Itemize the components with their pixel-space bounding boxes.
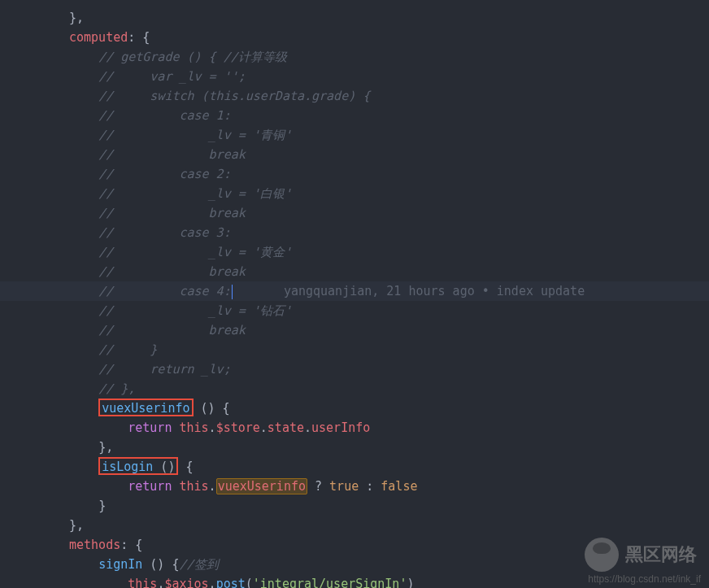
code-line: // _lv = '白银' (69, 184, 709, 203)
comment: //签到 (179, 557, 218, 572)
code-line: // case 2: (69, 164, 709, 184)
highlight-box: vuexUserinfo (98, 399, 193, 416)
code-line: // switch (this.userData.grade) { (69, 86, 709, 106)
code-line: }, (69, 516, 709, 535)
method-vuexUserinfo: vuexUserinfo (102, 401, 189, 416)
comment: // _lv = '黄金' (98, 245, 292, 259)
code-editor[interactable]: }, computed: { // getGrade () { //计算等级 /… (0, 0, 709, 588)
comment: // case 3: (98, 225, 231, 240)
highlight-box: isLogin () (98, 457, 178, 475)
code-line: // getGrade () { //计算等级 (69, 47, 709, 67)
comment: // case 4: (98, 284, 231, 298)
comment: // break (98, 206, 246, 220)
comment: // getGrade () { //计算等级 (98, 50, 287, 64)
comment: // break (98, 323, 246, 338)
code-line: // } (69, 340, 709, 359)
comment: // return _lv; (98, 362, 231, 377)
code-line: // _lv = '钻石' (69, 301, 709, 320)
code-line: // break (69, 262, 709, 281)
comment: // var _lv = ''; (98, 69, 246, 84)
code-line: // case 3: (69, 223, 709, 242)
comment: // break (98, 264, 246, 279)
computed-key: computed (69, 30, 128, 45)
code-line: // break (69, 320, 709, 340)
this-keyword: this (179, 420, 208, 435)
code-line: // _lv = '黄金' (69, 242, 709, 262)
this-keyword: this (179, 479, 208, 494)
word-highlight: vuexUserinfo (216, 478, 307, 494)
return-keyword: return (128, 420, 172, 435)
code-line: computed: { (69, 28, 709, 47)
mushroom-icon (585, 538, 619, 572)
comment: // } (98, 342, 157, 357)
comment: // switch (this.userData.grade) { (98, 89, 370, 103)
watermark-logo: 黑区网络 (585, 538, 697, 572)
brace: }, (69, 11, 84, 25)
code-line: // return _lv; (69, 359, 709, 379)
code-line: // }, (69, 379, 709, 399)
code-line: isLogin () { (69, 457, 709, 477)
comment: // _lv = '白银' (98, 186, 292, 201)
code-line-active: // case 4: yangquanjian, 21 hours ago • … (69, 281, 709, 301)
code-line: // break (69, 145, 709, 164)
code-line: } (69, 496, 709, 516)
git-blame-annotation: yangquanjian, 21 hours ago • index updat… (233, 284, 585, 298)
watermark-url: https://blog.csdn.net/ink_if (588, 573, 701, 585)
code-line: return this.vuexUserinfo ? true : false (69, 477, 709, 496)
comment: // case 1: (98, 108, 231, 123)
watermark-text: 黑区网络 (625, 542, 697, 567)
comment: // _lv = '青铜' (98, 128, 292, 142)
this-keyword: this (128, 577, 157, 588)
code-line: vuexUserinfo () { (69, 399, 709, 418)
comment: // break (98, 147, 246, 162)
code-line: }, (69, 438, 709, 457)
comment: // }, (98, 381, 135, 396)
code-line: return this.$store.state.userInfo (69, 418, 709, 438)
return-keyword: return (128, 479, 172, 494)
comment: // case 2: (98, 167, 231, 181)
code-line: }, (69, 8, 709, 28)
method-isLogin: isLogin (102, 460, 153, 474)
method-signIn: signIn (98, 557, 142, 572)
code-line: // break (69, 203, 709, 223)
comment: // _lv = '钻石' (98, 303, 292, 318)
methods-key: methods (69, 538, 120, 552)
code-line: // var _lv = ''; (69, 67, 709, 86)
code-line: // _lv = '青铜' (69, 125, 709, 145)
code-line: // case 1: (69, 106, 709, 125)
